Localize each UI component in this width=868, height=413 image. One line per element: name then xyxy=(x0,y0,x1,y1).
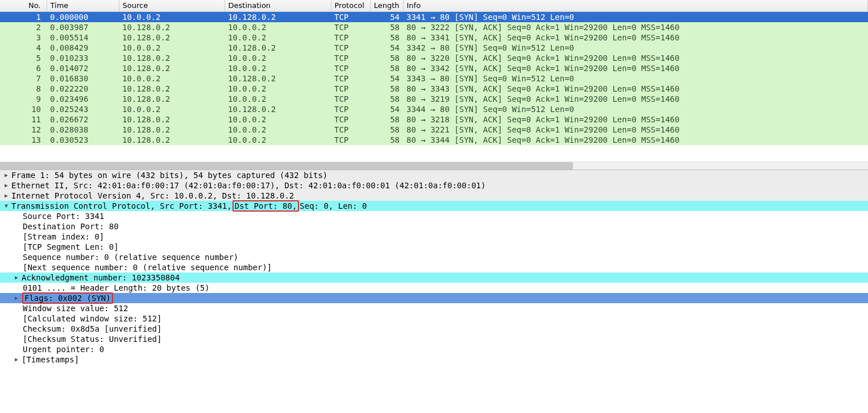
cell-length: 58 xyxy=(370,84,403,94)
chevron-right-icon[interactable] xyxy=(2,192,10,200)
chevron-right-icon[interactable] xyxy=(13,294,20,302)
cell-source: 10.0.0.2 xyxy=(119,104,225,114)
packet-row[interactable]: 60.01407210.128.0.210.0.0.2TCP5880 → 334… xyxy=(0,63,868,73)
col-header-destination[interactable]: Destination xyxy=(225,0,331,11)
packet-row[interactable]: 120.02803810.128.0.210.0.0.2TCP5880 → 32… xyxy=(0,125,868,135)
packet-row[interactable]: 50.01023310.128.0.210.0.0.2TCP5880 → 322… xyxy=(0,53,868,63)
cell-source: 10.128.0.2 xyxy=(119,114,225,125)
packet-details-pane[interactable]: Frame 1: 54 bytes on wire (432 bits), 54… xyxy=(0,170,868,413)
chevron-right-icon[interactable] xyxy=(13,356,20,364)
cell-protocol: TCP xyxy=(331,22,370,32)
detail-window-size[interactable]: Window size value: 512 xyxy=(0,303,868,313)
cell-no: 5 xyxy=(0,53,47,63)
cell-no: 2 xyxy=(0,22,47,32)
packet-row[interactable]: 30.00551410.128.0.210.0.0.2TCP5880 → 334… xyxy=(0,32,868,43)
cell-length: 58 xyxy=(370,114,403,125)
cell-source: 10.128.0.2 xyxy=(119,135,225,145)
cell-source: 10.128.0.2 xyxy=(119,63,225,73)
cell-no: 12 xyxy=(0,125,47,135)
detail-segment-len[interactable]: [TCP Segment Len: 0] xyxy=(0,242,868,252)
detail-urgent[interactable]: Urgent pointer: 0 xyxy=(0,344,868,354)
detail-timestamps[interactable]: [Timestamps] xyxy=(0,354,868,365)
detail-calc-window[interactable]: [Calculated window size: 512] xyxy=(0,313,868,324)
cell-length: 58 xyxy=(370,63,403,73)
cell-info: 80 → 3344 [SYN, ACK] Seq=0 Ack=1 Win=292… xyxy=(403,135,868,145)
packet-row[interactable]: 130.03052310.128.0.210.0.0.2TCP5880 → 33… xyxy=(0,135,868,145)
detail-dst-port[interactable]: Destination Port: 80 xyxy=(0,221,868,232)
cell-info: 80 → 3218 [SYN, ACK] Seq=0 Ack=1 Win=292… xyxy=(403,114,868,125)
cell-info: 80 → 3222 [SYN, ACK] Seq=0 Ack=1 Win=292… xyxy=(403,22,868,32)
packet-row[interactable]: 70.01683010.0.0.210.128.0.2TCP543343 → 8… xyxy=(0,73,868,84)
col-header-time[interactable]: Time xyxy=(47,0,119,11)
detail-ethernet[interactable]: Ethernet II, Src: 42:01:0a:f0:00:17 (42:… xyxy=(0,180,868,191)
chevron-right-icon[interactable] xyxy=(2,171,10,179)
detail-seq[interactable]: Sequence number: 0 (relative sequence nu… xyxy=(0,252,868,262)
packet-row[interactable]: 100.02524310.0.0.210.128.0.2TCP543344 → … xyxy=(0,104,868,114)
detail-checksum[interactable]: Checksum: 0x8d5a [unverified] xyxy=(0,324,868,334)
cell-destination: 10.128.0.2 xyxy=(225,104,331,114)
cell-no: 13 xyxy=(0,135,47,145)
cell-length: 54 xyxy=(370,104,403,114)
cell-protocol: TCP xyxy=(331,84,370,94)
horizontal-scrollbar[interactable] xyxy=(0,162,868,170)
packet-row[interactable]: 20.00398710.128.0.210.0.0.2TCP5880 → 322… xyxy=(0,22,868,32)
packet-list-pane[interactable]: No. Time Source Destination Protocol Len… xyxy=(0,0,868,170)
col-header-length[interactable]: Length xyxy=(370,0,403,11)
cell-time: 0.005514 xyxy=(47,32,119,43)
cell-source: 10.0.0.2 xyxy=(119,43,225,53)
cell-source: 10.128.0.2 xyxy=(119,125,225,135)
cell-time: 0.028038 xyxy=(47,125,119,135)
scrollbar-thumb[interactable] xyxy=(0,162,573,170)
cell-length: 54 xyxy=(370,43,403,53)
packet-row[interactable]: 110.02667210.128.0.210.0.0.2TCP5880 → 32… xyxy=(0,114,868,125)
cell-no: 11 xyxy=(0,114,47,125)
detail-flags[interactable]: Flags: 0x002 (SYN) xyxy=(0,293,868,303)
cell-protocol: TCP xyxy=(331,104,370,114)
cell-length: 54 xyxy=(370,11,403,22)
cell-no: 4 xyxy=(0,43,47,53)
cell-time: 0.014072 xyxy=(47,63,119,73)
packet-row[interactable]: 10.00000010.0.0.210.128.0.2TCP543341 → 8… xyxy=(0,11,868,22)
cell-length: 58 xyxy=(370,135,403,145)
cell-destination: 10.0.0.2 xyxy=(225,53,331,63)
detail-ethernet-label: Ethernet II, Src: 42:01:0a:f0:00:17 (42:… xyxy=(11,180,485,191)
cell-length: 58 xyxy=(370,125,403,135)
detail-src-port[interactable]: Source Port: 3341 xyxy=(0,211,868,221)
cell-length: 54 xyxy=(370,73,403,84)
chevron-down-icon[interactable] xyxy=(2,202,10,210)
packet-row[interactable]: 90.02349610.128.0.210.0.0.2TCP5880 → 321… xyxy=(0,94,868,104)
chevron-right-icon[interactable] xyxy=(13,274,20,282)
detail-stream-index[interactable]: [Stream index: 0] xyxy=(0,232,868,242)
packet-row[interactable]: 80.02222010.128.0.210.0.0.2TCP5880 → 334… xyxy=(0,84,868,94)
cell-no: 10 xyxy=(0,104,47,114)
detail-ack[interactable]: Acknowledgment number: 1023350804 xyxy=(0,272,868,283)
col-header-info[interactable]: Info xyxy=(403,0,868,11)
cell-time: 0.016830 xyxy=(47,73,119,84)
cell-info: 80 → 3343 [SYN, ACK] Seq=0 Ack=1 Win=292… xyxy=(403,84,868,94)
cell-destination: 10.0.0.2 xyxy=(225,94,331,104)
cell-info: 80 → 3221 [SYN, ACK] Seq=0 Ack=1 Win=292… xyxy=(403,125,868,135)
detail-tcp[interactable]: Transmission Control Protocol, Src Port:… xyxy=(0,201,868,211)
highlight-flags: Flags: 0x002 (SYN) xyxy=(22,292,113,304)
cell-info: 3343 → 80 [SYN] Seq=0 Win=512 Len=0 xyxy=(403,73,868,84)
col-header-source[interactable]: Source xyxy=(119,0,225,11)
packet-header-row[interactable]: No. Time Source Destination Protocol Len… xyxy=(0,0,868,11)
packet-row[interactable]: 40.00842910.0.0.210.128.0.2TCP543342 → 8… xyxy=(0,43,868,53)
detail-checksum-status[interactable]: [Checksum Status: Unverified] xyxy=(0,334,868,344)
col-header-protocol[interactable]: Protocol xyxy=(331,0,370,11)
chevron-right-icon[interactable] xyxy=(2,181,10,189)
cell-no: 9 xyxy=(0,94,47,104)
detail-next-seq[interactable]: [Next sequence number: 0 (relative seque… xyxy=(0,262,868,272)
cell-destination: 10.128.0.2 xyxy=(225,73,331,84)
detail-header-len[interactable]: 0101 .... = Header Length: 20 bytes (5) xyxy=(0,283,868,293)
cell-info: 80 → 3341 [SYN, ACK] Seq=0 Ack=1 Win=292… xyxy=(403,32,868,43)
cell-source: 10.128.0.2 xyxy=(119,32,225,43)
cell-time: 0.000000 xyxy=(47,11,119,22)
col-header-no[interactable]: No. xyxy=(0,0,47,11)
detail-frame[interactable]: Frame 1: 54 bytes on wire (432 bits), 54… xyxy=(0,170,868,180)
cell-protocol: TCP xyxy=(331,32,370,43)
cell-source: 10.0.0.2 xyxy=(119,11,225,22)
detail-ip[interactable]: Internet Protocol Version 4, Src: 10.0.0… xyxy=(0,191,868,201)
cell-length: 58 xyxy=(370,22,403,32)
cell-time: 0.030523 xyxy=(47,135,119,145)
